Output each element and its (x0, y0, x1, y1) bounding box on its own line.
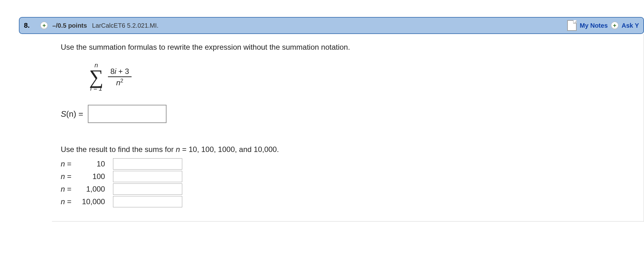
ask-link[interactable]: Ask Y (622, 22, 639, 29)
n1000-answer-input[interactable] (113, 183, 182, 195)
sn-answer-input[interactable] (88, 105, 167, 123)
sigma-symbol: n ∑ i = 1 (89, 62, 104, 92)
sn-answer-row: S(n) = (61, 105, 635, 123)
n-row-1000: n = 1,000 (61, 183, 635, 195)
plus-icon[interactable]: + (611, 22, 619, 29)
fraction-numerator: 8i + 3 (108, 66, 132, 77)
sigma-glyph: ∑ (89, 69, 104, 85)
fraction-denominator: n2 (114, 77, 126, 88)
question-reference: LarCalcET6 5.2.021.MI. (92, 22, 158, 29)
notes-icon[interactable] (567, 20, 577, 31)
sn-label: S(n) = (61, 109, 83, 119)
header-right: My Notes + Ask Y (567, 20, 639, 31)
header-left: 8. + –/0.5 points LarCalcET6 5.2.021.MI. (24, 21, 159, 30)
n10-answer-input[interactable] (113, 158, 182, 170)
question-body: Use the summation formulas to rewrite th… (52, 34, 644, 222)
n-row-10000: n = 10,000 (61, 196, 635, 207)
n-label: n = 100 (61, 172, 111, 181)
n-row-10: n = 10 (61, 158, 635, 170)
points-label: –/0.5 points (52, 22, 87, 29)
summation-expression: n ∑ i = 1 8i + 3 n2 (89, 60, 132, 92)
plus-icon[interactable]: + (40, 22, 48, 29)
question-number: 8. (24, 21, 30, 30)
n-label: n = 10 (61, 160, 111, 168)
sigma-lower-limit: i = 1 (90, 85, 102, 92)
n10000-answer-input[interactable] (113, 196, 182, 207)
instruction2-text: Use the result to find the sums for n = … (61, 145, 635, 154)
n100-answer-input[interactable] (113, 171, 182, 182)
question-header: 8. + –/0.5 points LarCalcET6 5.2.021.MI.… (19, 17, 644, 34)
my-notes-link[interactable]: My Notes (580, 22, 608, 29)
instruction-text: Use the summation formulas to rewrite th… (61, 43, 635, 52)
n-label: n = 10,000 (61, 197, 111, 206)
n-label: n = 1,000 (61, 185, 111, 194)
n-row-100: n = 100 (61, 171, 635, 182)
summation-fraction: 8i + 3 n2 (108, 66, 132, 88)
